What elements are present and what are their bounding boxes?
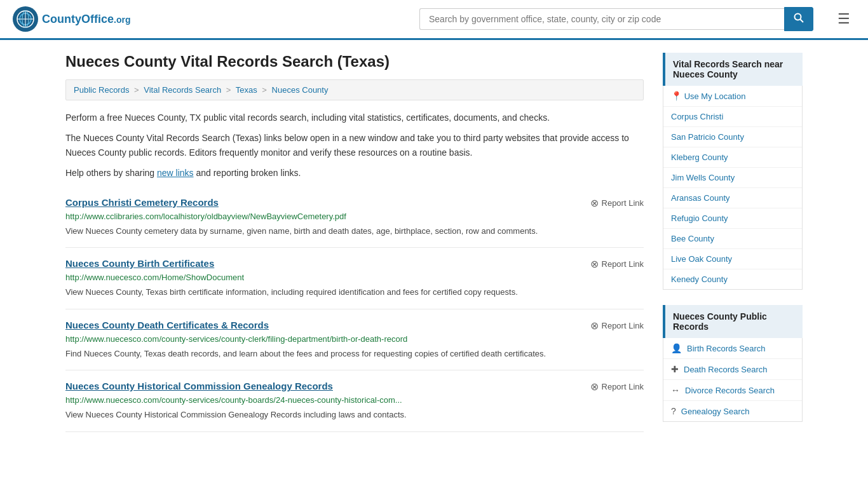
sidebar-item-jim-wells[interactable]: Jim Wells County [663, 168, 802, 188]
sidebar-item-san-patricio[interactable]: San Patricio County [663, 127, 802, 147]
sidebar-nearby-header: Vital Records Search near Nueces County [663, 53, 803, 86]
logo-icon [13, 6, 38, 32]
person-icon: 👤 [671, 343, 682, 353]
record-item: Nueces County Death Certificates & Recor… [65, 309, 644, 371]
record-title-3[interactable]: Nueces County Historical Commission Gene… [65, 381, 333, 391]
report-link-button-1[interactable]: ⊗ Report Link [590, 258, 644, 270]
sidebar-item-kleberg[interactable]: Kleberg County [663, 147, 802, 168]
sidebar-birth-records-search[interactable]: 👤 Birth Records Search [663, 338, 802, 359]
sidebar-nearby-list: 📍 Use My Location Corpus Christi San Pat… [663, 86, 803, 290]
breadcrumb: Public Records > Vital Records Search > … [65, 79, 644, 100]
svg-line-6 [801, 20, 804, 23]
sidebar-public-records-list: 👤 Birth Records Search ✚ Death Records S… [663, 338, 803, 422]
logo-link[interactable]: CountyOffice.org [13, 6, 130, 32]
breadcrumb-nueces-county[interactable]: Nueces County [272, 85, 329, 95]
report-link-button-0[interactable]: ⊗ Report Link [590, 197, 644, 209]
record-desc-3: View Nueces County Historical Commission… [65, 409, 644, 421]
record-url-0: http://www.cclibraries.com/localhistory/… [65, 212, 644, 221]
site-header: CountyOffice.org ☰ [0, 0, 868, 40]
record-desc-0: View Nueces County cemetery data by surn… [65, 225, 644, 238]
record-desc-1: View Nueces County, Texas birth certific… [65, 286, 644, 299]
sidebar-use-location[interactable]: 📍 Use My Location [663, 86, 802, 107]
description-2: The Nueces County Vital Records Search (… [65, 131, 644, 159]
search-input[interactable] [419, 8, 784, 30]
page-title: Nueces County Vital Records Search (Texa… [65, 53, 644, 71]
sidebar-item-kenedy[interactable]: Kenedy County [663, 269, 802, 289]
breadcrumb-vital-records-search[interactable]: Vital Records Search [144, 85, 221, 95]
record-url-1: http://www.nuecesco.com/Home/ShowDocumen… [65, 273, 644, 282]
search-bar [419, 7, 813, 31]
record-title-1[interactable]: Nueces County Birth Certificates [65, 258, 214, 269]
breadcrumb-public-records[interactable]: Public Records [74, 85, 129, 95]
record-item: Nueces County Historical Commission Gene… [65, 370, 644, 432]
description-3: Help others by sharing new links and rep… [65, 166, 644, 180]
sidebar-death-records-search[interactable]: ✚ Death Records Search [663, 359, 802, 380]
breadcrumb-texas[interactable]: Texas [236, 85, 257, 95]
record-url-3: http://www.nuecesco.com/county-services/… [65, 395, 644, 405]
sidebar-genealogy-search[interactable]: ? Genealogy Search [663, 401, 802, 421]
arrows-icon: ↔ [671, 385, 680, 395]
sidebar-item-live-oak[interactable]: Live Oak County [663, 249, 802, 269]
records-list: Corpus Christi Cemetery Records ⊗ Report… [65, 187, 644, 432]
record-desc-2: Find Nueces County, Texas death records,… [65, 348, 644, 360]
sidebar-public-records-section: Nueces County Public Records 👤 Birth Rec… [663, 305, 803, 422]
report-icon-2: ⊗ [590, 320, 599, 332]
sidebar-item-aransas[interactable]: Aransas County [663, 188, 802, 208]
pin-icon: 📍 [671, 91, 682, 101]
search-button[interactable] [784, 7, 813, 31]
svg-point-5 [795, 14, 801, 20]
sidebar-divorce-records-search[interactable]: ↔ Divorce Records Search [663, 380, 802, 401]
report-link-button-3[interactable]: ⊗ Report Link [590, 381, 644, 393]
sidebar-nearby-section: Vital Records Search near Nueces County … [663, 53, 803, 290]
record-title-2[interactable]: Nueces County Death Certificates & Recor… [65, 320, 269, 330]
cross-icon: ✚ [671, 364, 679, 374]
logo-text: CountyOffice.org [42, 13, 130, 26]
question-icon: ? [671, 406, 676, 416]
sidebar: Vital Records Search near Nueces County … [663, 53, 803, 437]
report-icon-3: ⊗ [590, 381, 599, 393]
record-item: Corpus Christi Cemetery Records ⊗ Report… [65, 187, 644, 248]
record-url-2: http://www.nuecesco.com/county-services/… [65, 334, 644, 344]
report-icon-0: ⊗ [590, 197, 599, 209]
report-icon-1: ⊗ [590, 258, 599, 270]
main-wrapper: Nueces County Vital Records Search (Texa… [53, 40, 815, 450]
report-link-button-2[interactable]: ⊗ Report Link [590, 320, 644, 332]
sidebar-item-bee[interactable]: Bee County [663, 229, 802, 249]
sidebar-public-records-header: Nueces County Public Records [663, 305, 803, 338]
menu-button[interactable]: ☰ [832, 8, 855, 30]
record-title-0[interactable]: Corpus Christi Cemetery Records [65, 197, 219, 208]
description-1: Perform a free Nueces County, TX public … [65, 111, 644, 125]
sidebar-item-refugio[interactable]: Refugio County [663, 208, 802, 229]
content-area: Nueces County Vital Records Search (Texa… [65, 53, 644, 437]
sidebar-item-corpus-christi[interactable]: Corpus Christi [663, 107, 802, 127]
new-links-link[interactable]: new links [157, 168, 194, 178]
record-item: Nueces County Birth Certificates ⊗ Repor… [65, 248, 644, 309]
